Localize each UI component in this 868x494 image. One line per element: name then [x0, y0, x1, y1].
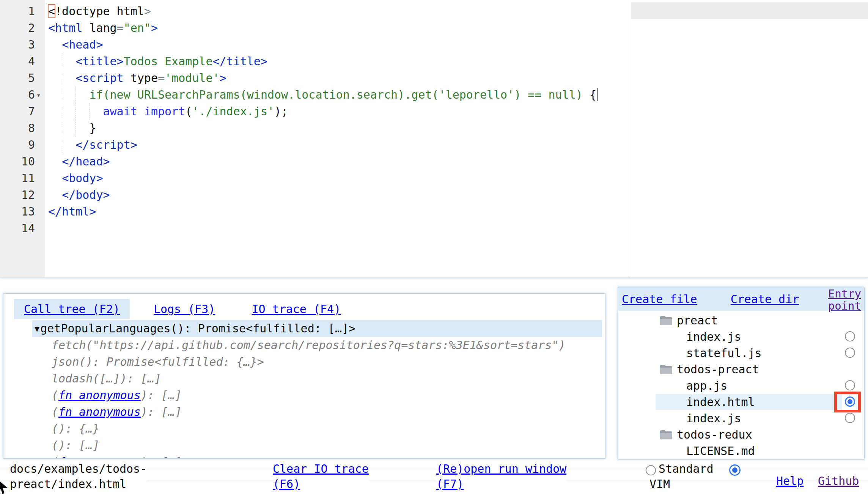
- code-line: <head>: [45, 36, 868, 53]
- line-number: 5: [0, 70, 35, 87]
- code-token: if(new URLSearchParams(window.location.s…: [89, 88, 590, 101]
- fn-anonymous-link[interactable]: fn anonymous: [58, 405, 141, 418]
- code-line-text: <script type='module'>: [45, 70, 868, 87]
- code-line-text: <body>: [45, 170, 868, 187]
- indent-guide: [62, 70, 62, 87]
- folder-row[interactable]: todos-redux: [656, 426, 864, 443]
- code-token: <body>: [62, 171, 103, 185]
- call-tree-row[interactable]: (fn anonymous): […]: [32, 454, 602, 459]
- active-line-highlight: [631, 2, 868, 19]
- entry-point-radio[interactable]: [845, 331, 855, 341]
- code-line-text: </head>: [45, 153, 868, 170]
- folder-name: todos-redux: [677, 428, 752, 441]
- call-tree-row[interactable]: (): {…}: [32, 420, 602, 437]
- file-name: LICENSE.md: [686, 444, 755, 458]
- call-tree-row[interactable]: fetch("https://api.github.com/search/rep…: [32, 337, 602, 354]
- code-token: !doctype html: [55, 5, 144, 18]
- call-tree-row[interactable]: (fn anonymous): […]: [32, 404, 602, 420]
- code-line-text: }: [45, 120, 868, 137]
- line-number: 13: [0, 203, 35, 220]
- fold-arrow-icon[interactable]: ▾: [36, 87, 41, 103]
- code-token: type: [131, 71, 158, 85]
- code-line-text: </body>: [45, 187, 868, 203]
- call-tree-row[interactable]: ▼getPopularLanguages(): Promise<fulfille…: [32, 320, 602, 337]
- text-cursor: [597, 88, 598, 101]
- code-token: 'module': [165, 71, 220, 85]
- call-tree-row[interactable]: lodash([…]): […]: [32, 370, 602, 387]
- help-link[interactable]: Help: [776, 474, 804, 489]
- code-line: await import('./index.js');: [45, 103, 868, 120]
- code-token: >: [151, 21, 158, 35]
- line-number: 11: [0, 170, 35, 187]
- line-number: 14: [0, 220, 35, 237]
- current-file-path: docs/examples/todos-preact/index.html: [10, 461, 147, 492]
- code-line: }: [45, 120, 868, 137]
- file-row[interactable]: app.js: [656, 378, 864, 394]
- indent-guide: [75, 103, 76, 120]
- code-line-text: await import('./index.js');: [45, 103, 868, 120]
- line-number: 9: [0, 137, 35, 153]
- create-dir-link[interactable]: Create dir: [731, 293, 799, 306]
- code-token: import: [144, 105, 185, 118]
- code-token: </title>: [213, 55, 268, 68]
- code-line: <body>: [45, 170, 868, 187]
- file-row[interactable]: index.js: [656, 410, 864, 426]
- entry-point-radio[interactable]: [845, 380, 855, 390]
- expand-arrow-icon[interactable]: ▼: [35, 324, 40, 334]
- code-line-text: </html>: [45, 203, 868, 220]
- editor-content-boundary: [631, 0, 631, 277]
- tab-io-trace[interactable]: IO trace (F4): [252, 302, 341, 316]
- code-token: </script>: [75, 138, 137, 151]
- call-tree-row[interactable]: json(): Promise<fulfilled: {…}>: [32, 354, 602, 370]
- create-file-link[interactable]: Create file: [622, 293, 697, 306]
- calltree-panel: Call tree (F2) Logs (F3) IO trace (F4) ▼…: [3, 293, 606, 459]
- indent-guide: [62, 137, 62, 153]
- code-token: "en": [124, 21, 151, 35]
- vim-mode-label: VIM: [649, 477, 670, 492]
- tab-call-tree[interactable]: Call tree (F2): [14, 299, 130, 319]
- fn-anonymous-link[interactable]: fn anonymous: [58, 455, 141, 459]
- calltree-rows: ▼getPopularLanguages(): Promise<fulfille…: [3, 320, 605, 459]
- indent-guide: [62, 103, 62, 120]
- entry-point-link[interactable]: Entry point: [821, 288, 864, 312]
- code-token: [82, 21, 89, 35]
- code-token: Todos Example: [124, 55, 213, 68]
- line-number: 7: [0, 103, 35, 120]
- line-number: 3: [0, 36, 35, 53]
- call-tree-row[interactable]: (fn anonymous): […]: [32, 387, 602, 404]
- code-line: <script type='module'>: [45, 70, 868, 87]
- code-token: </head>: [62, 155, 110, 168]
- fn-anonymous-link[interactable]: fn anonymous: [58, 389, 141, 402]
- github-link[interactable]: Github: [818, 474, 859, 489]
- code-editor[interactable]: 123456▾7891011121314 <!doctype html><htm…: [0, 0, 868, 278]
- entry-point-radio[interactable]: [845, 348, 855, 358]
- code-line-text: <head>: [45, 36, 868, 53]
- clear-io-trace-link[interactable]: Clear IO trace(F6): [273, 461, 369, 492]
- folder-name: todos-preact: [677, 363, 759, 376]
- code-line-text: <html lang="en">: [45, 20, 868, 36]
- code-token: =: [158, 71, 165, 85]
- file-row[interactable]: stateful.js: [656, 345, 864, 361]
- file-row[interactable]: LICENSE.md: [656, 443, 864, 459]
- standard-mode-radio[interactable]: [646, 465, 656, 475]
- entry-point-radio[interactable]: [845, 413, 855, 423]
- file-row[interactable]: index.html: [656, 394, 842, 410]
- code-line: <title>Todos Example</title>: [45, 53, 868, 70]
- folder-row[interactable]: todos-preact: [656, 361, 864, 378]
- file-row[interactable]: index.js: [656, 329, 864, 345]
- code-token: (: [185, 105, 192, 118]
- file-tree: preactindex.jsstateful.jstodos-preactapp…: [618, 312, 864, 459]
- code-token: >: [144, 5, 151, 18]
- call-tree-row[interactable]: (): […]: [32, 437, 602, 454]
- vim-mode-radio[interactable]: [729, 464, 741, 476]
- folder-row[interactable]: preact: [656, 312, 864, 329]
- cursor-position-box: <: [48, 5, 55, 18]
- code-token: <html: [48, 21, 82, 35]
- line-number: 2: [0, 20, 35, 36]
- tab-logs[interactable]: Logs (F3): [154, 302, 215, 316]
- editor-gutter: 123456▾7891011121314: [0, 0, 45, 277]
- line-number: 4: [0, 53, 35, 70]
- reopen-run-window-link[interactable]: (Re)open run window(F7): [436, 461, 566, 492]
- files-header: Create file Create dir Entry point: [618, 287, 864, 311]
- leporello-app: 123456▾7891011121314 <!doctype html><htm…: [0, 0, 868, 494]
